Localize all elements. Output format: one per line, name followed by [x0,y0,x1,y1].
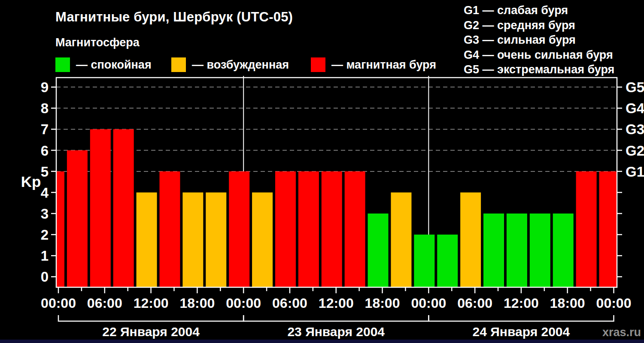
y-tick-label-6: 6 [41,143,49,159]
x-tick-label-h36: 12:00 [319,295,354,311]
kp-bar-h24 [229,172,249,287]
x-tick-label-h72: 00:00 [596,295,632,311]
kp-bar-h12 [137,193,157,287]
g-scale-label-g3: G3 [626,121,644,137]
x-tick-label-h18: 18:00 [179,295,215,311]
day-bracket-3 [428,315,614,321]
g-scale-label-g5: G5 [626,79,644,95]
kp-bars [44,129,620,287]
kp-bar-h39 [345,172,365,287]
watermark: xras.ru [602,326,641,339]
kp-bar-h66 [553,214,574,287]
g-scale-label-g4: G4 [626,100,644,116]
kp-bar-h3 [67,150,88,287]
y-axis-label-kp: Kp [21,173,41,190]
x-tick-label-h0: 00:00 [41,295,76,311]
y-tick-label-9: 9 [41,79,49,95]
bottom-strip [0,340,644,343]
y-tick-label-1: 1 [41,248,49,264]
y-tick-label-4: 4 [41,185,49,201]
kp-bar-h63 [530,214,550,287]
date-label-3: 24 Января 2004 [473,325,570,339]
x-tick-label-h42: 18:00 [365,295,400,311]
g-scale-label-g1: G1 [626,164,644,180]
kp-bar-h57 [483,214,504,287]
x-tick-label-h48: 00:00 [411,295,446,311]
x-tick-label-h60: 12:00 [504,295,539,311]
y-tick-label-2: 2 [41,227,49,243]
kp-bar-h27 [252,193,273,287]
y-tick-label-8: 8 [41,100,49,116]
kp-bar-h54 [460,193,481,287]
x-tick-label-h6: 06:00 [87,295,122,311]
kp-bar-h6 [90,129,111,287]
x-tick-label-h24: 00:00 [226,295,261,311]
kp-bar-h51 [437,235,458,287]
day-bracket-1 [58,315,243,321]
magnetic-storms-chart: Магнитные бури, Шербрук (UTC-05) Магнито… [0,0,644,343]
kp-bar-h69 [576,172,597,287]
x-tick-label-h54: 06:00 [457,295,492,311]
kp-bar-h15 [159,172,180,287]
y-tick-label-7: 7 [41,121,49,137]
kp-bar-h33 [298,172,319,287]
y-tick-label-5: 5 [41,164,49,180]
kp-bar-h21 [206,193,226,287]
date-label-2: 23 Января 2004 [287,325,385,339]
x-tick-label-h66: 18:00 [550,295,585,311]
x-tick-label-h30: 06:00 [272,295,307,311]
kp-bar-h45 [391,193,411,287]
kp-bar-h48 [414,235,434,287]
kp-bar-h42 [368,214,389,287]
kp-bar-h9 [113,129,134,287]
kp-bar-h36 [322,172,342,287]
y-tick-label-3: 3 [41,206,49,222]
g-scale-label-g2: G2 [626,143,644,159]
y-tick-label-0: 0 [41,269,49,285]
kp-bar-h60 [507,214,527,287]
kp-bar-chart: 0123456789G1G2G3G4G500:0006:0012:0018:00… [0,0,644,343]
kp-bar-h30 [275,172,296,287]
x-tick-label-h12: 12:00 [134,295,169,311]
date-label-1: 22 Января 2004 [102,325,200,339]
day-bracket-2 [243,315,428,321]
kp-bar-h18 [182,193,203,287]
